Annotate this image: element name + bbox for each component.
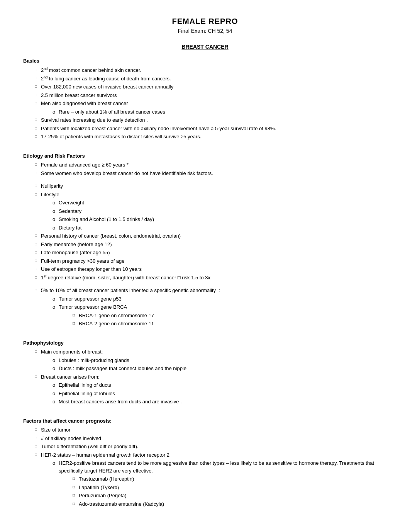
item-text: 2nd to lung cancer as leading cause of d… — [41, 76, 171, 82]
list-item: BRCA-2 gene on chromosome 11 — [73, 320, 387, 328]
item-text: Female and advanced age ≥ 60 years * — [41, 162, 129, 168]
item-text: Early menarche (before age 12) — [41, 241, 112, 247]
brca-sublist: BRCA-1 gene on chromosome 17 BRCA-2 gene… — [59, 312, 387, 328]
components-sublist: Lobules : milk-producing glands Ducts : … — [41, 357, 387, 372]
list-item: Survival rates increasing due to early d… — [35, 116, 387, 124]
item-text: Patients with localized breast cancer wi… — [41, 126, 276, 131]
list-item: Sedentary — [53, 207, 387, 215]
her2-drugs-list: Trastuzumab (Herceptin) Lapatinib (Tyker… — [59, 475, 387, 508]
item-text: Main components of breast: — [41, 349, 103, 355]
list-item: Tumor differentiation (well diff or poor… — [35, 443, 387, 450]
item-text: 2nd most common cancer behind skin cance… — [41, 67, 141, 73]
item-text: Smoking and Alcohol (1 to 1.5 drinks / d… — [59, 216, 154, 222]
list-item: HER-2 status – human epidermal growth fa… — [35, 451, 387, 508]
item-text: Men also diagnosed with breast cancer — [41, 100, 128, 106]
item-text: Personal history of cancer (breast, colo… — [41, 233, 181, 239]
list-item: Personal history of cancer (breast, colo… — [35, 232, 387, 240]
list-item: Rare – only about 1% of all breast cance… — [53, 108, 387, 116]
list-item: Tumor suppressor gene p53 — [53, 295, 387, 303]
item-text: Breast cancer arises from: — [41, 374, 100, 380]
list-item: 2nd most common cancer behind skin cance… — [35, 66, 387, 74]
etiology-list: Female and advanced age ≥ 60 years * Som… — [23, 161, 387, 177]
item-text: Size of tumor — [41, 427, 71, 433]
list-item: Lobules : milk-producing glands — [53, 357, 387, 364]
list-item: BRCA-1 gene on chromosome 17 — [73, 312, 387, 320]
item-text: BRCA-1 gene on chromosome 17 — [79, 313, 154, 318]
men-sublist: Rare – only about 1% of all breast cance… — [41, 108, 387, 116]
page-subtitle: Final Exam: CH 52, 54 — [23, 27, 387, 35]
list-item: HER2-positive breast cancers tend to be … — [53, 459, 387, 508]
basics-label: Basics — [23, 57, 387, 65]
list-item: 2.5 million breast cancer survivors — [35, 92, 387, 99]
list-item: Main components of breast: Lobules : mil… — [35, 348, 387, 372]
item-text: Sedentary — [59, 208, 81, 214]
list-item: Epithelial lining of lobules — [53, 390, 387, 398]
item-text: Epithelial lining of lobules — [59, 391, 115, 396]
list-item: 2nd to lung cancer as leading cause of d… — [35, 75, 387, 82]
item-text: Late menopause (after age 55) — [41, 250, 110, 255]
item-text: HER-2 status – human epidermal growth fa… — [41, 452, 169, 458]
item-text: Overweight — [59, 200, 84, 206]
item-text: Survival rates increasing due to early d… — [41, 117, 148, 123]
item-text: Rare – only about 1% of all breast cance… — [59, 109, 165, 115]
item-text: Most breast cancers arise from ducts and… — [59, 399, 182, 405]
list-item: Nulliparity — [35, 182, 387, 190]
item-text: Some women who develop breast cancer do … — [41, 170, 213, 176]
page-title: FEMALE REPRO — [23, 15, 387, 27]
page-header: FEMALE REPRO Final Exam: CH 52, 54 — [23, 15, 387, 35]
pathophysiology-list: Main components of breast: Lobules : mil… — [23, 348, 387, 406]
list-item: Breast cancer arises from: Epithelial li… — [35, 373, 387, 406]
prognosis-label: Factors that affect cancer prognosis: — [23, 417, 387, 425]
item-text: 5% to 10% of all breast cancer patients … — [41, 287, 220, 293]
list-item: Over 182,000 new cases of invasive breas… — [35, 83, 387, 91]
item-text: 17-25% of patients with metastases to di… — [41, 134, 201, 139]
list-item: Lifestyle Overweight Sedentary Smoking a… — [35, 191, 387, 232]
item-text: Lapatinib (Tykerb) — [79, 484, 119, 490]
item-text: Pertuzumab (Perjeta) — [79, 493, 127, 498]
list-item: Tumor suppressor gene BRCA BRCA-1 gene o… — [53, 303, 387, 328]
item-text: Dietary fat — [59, 225, 81, 231]
list-item: Use of estrogen therapy longer than 10 y… — [35, 265, 387, 273]
list-item: Ducts : milk passages that connect lobul… — [53, 365, 387, 372]
list-item: Epithelial lining of ducts — [53, 381, 387, 389]
item-text: Nulliparity — [41, 183, 63, 189]
list-item: Overweight — [53, 199, 387, 207]
item-text: Full-term pregnancy >30 years of age — [41, 258, 124, 264]
list-item: Female and advanced age ≥ 60 years * — [35, 161, 387, 169]
etiology-list2: Nulliparity Lifestyle Overweight Sedenta… — [23, 182, 387, 281]
list-item: Pertuzumab (Perjeta) — [73, 492, 387, 500]
item-text: Trastuzumab (Herceptin) — [79, 476, 134, 482]
list-item: Late menopause (after age 55) — [35, 249, 387, 257]
item-text: 1st degree relative (mom, sister, daught… — [41, 275, 210, 280]
etiology-label: Etiology and Risk Factors — [23, 152, 387, 160]
item-text: Tumor differentiation (well diff or poor… — [41, 444, 138, 449]
item-text: Lifestyle — [41, 192, 59, 197]
item-text: BRCA-2 gene on chromosome 11 — [79, 321, 154, 326]
lifestyle-sublist: Overweight Sedentary Smoking and Alcohol… — [41, 199, 387, 231]
item-text: # of axillary nodes involved — [41, 435, 101, 441]
item-text: Epithelial lining of ducts — [59, 382, 111, 388]
item-text: Lobules : milk-producing glands — [59, 357, 129, 363]
list-item: Patients with localized breast cancer wi… — [35, 125, 387, 133]
list-item: Size of tumor — [35, 426, 387, 434]
item-text: Ado-trastuzumab emtansine (Kadcyla) — [79, 501, 164, 507]
list-item: 17-25% of patients with metastases to di… — [35, 133, 387, 141]
item-text: Use of estrogen therapy longer than 10 y… — [41, 266, 142, 272]
list-item: Ado-trastuzumab emtansine (Kadcyla) — [73, 500, 387, 508]
her2-sublist: HER2-positive breast cancers tend to be … — [41, 459, 387, 508]
list-item: Some women who develop breast cancer do … — [35, 170, 387, 177]
list-item: Men also diagnosed with breast cancer Ra… — [35, 100, 387, 116]
list-item: Early menarche (before age 12) — [35, 241, 387, 248]
item-text: HER2-positive breast cancers tend to be … — [59, 460, 374, 474]
list-item: 1st degree relative (mom, sister, daught… — [35, 274, 387, 282]
list-item: Dietary fat — [53, 224, 387, 232]
section-header: BREAST CANCER — [23, 43, 387, 51]
prognosis-list: Size of tumor # of axillary nodes involv… — [23, 426, 387, 508]
arises-sublist: Epithelial lining of ducts Epithelial li… — [41, 381, 387, 406]
item-text: Tumor suppressor gene p53 — [59, 296, 122, 302]
basics-list: 2nd most common cancer behind skin cance… — [23, 66, 387, 141]
list-item: 5% to 10% of all breast cancer patients … — [35, 287, 387, 328]
item-text: 2.5 million breast cancer survivors — [41, 92, 117, 98]
list-item: Smoking and Alcohol (1 to 1.5 drinks / d… — [53, 216, 387, 223]
list-item: Lapatinib (Tykerb) — [73, 484, 387, 491]
